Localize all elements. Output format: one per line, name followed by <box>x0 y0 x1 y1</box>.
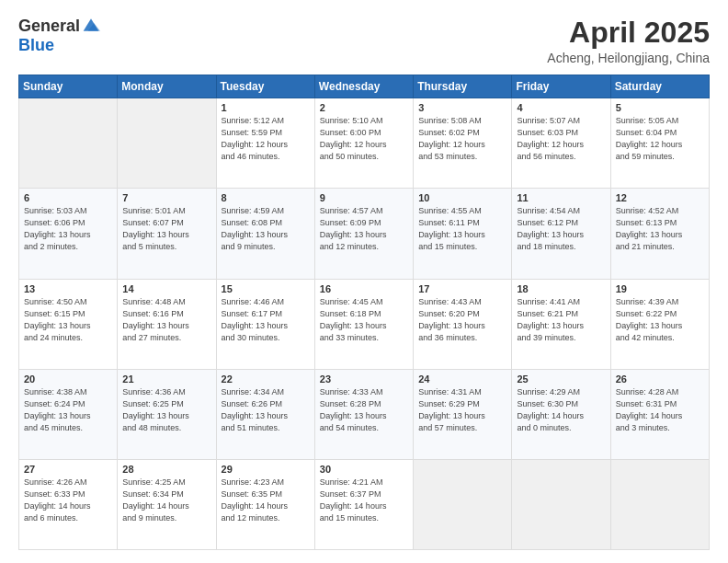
day-number: 28 <box>122 464 210 475</box>
day-info: Sunrise: 4:21 AMSunset: 6:37 PMDaylight:… <box>320 477 408 524</box>
day-info: Sunrise: 4:38 AMSunset: 6:24 PMDaylight:… <box>24 386 112 434</box>
calendar-cell: 10Sunrise: 4:55 AMSunset: 6:11 PMDayligh… <box>414 189 512 279</box>
day-number: 16 <box>320 283 408 294</box>
day-info: Sunrise: 4:23 AMSunset: 6:35 PMDaylight:… <box>222 477 310 524</box>
week-row-4: 20Sunrise: 4:38 AMSunset: 6:24 PMDayligh… <box>19 369 710 459</box>
calendar-cell <box>512 459 610 549</box>
day-number: 6 <box>24 192 112 203</box>
location-title: Acheng, Heilongjiang, China <box>547 51 710 65</box>
calendar-cell: 25Sunrise: 4:29 AMSunset: 6:30 PMDayligh… <box>512 369 610 459</box>
day-info: Sunrise: 5:03 AMSunset: 6:06 PMDaylight:… <box>24 205 112 253</box>
week-row-1: 1Sunrise: 5:12 AMSunset: 5:59 PMDaylight… <box>19 98 710 189</box>
day-number: 3 <box>418 102 506 113</box>
day-number: 1 <box>222 102 310 113</box>
calendar-cell: 2Sunrise: 5:10 AMSunset: 6:00 PMDaylight… <box>314 98 413 189</box>
calendar-cell: 22Sunrise: 4:34 AMSunset: 6:26 PMDayligh… <box>216 369 314 459</box>
calendar-cell: 24Sunrise: 4:31 AMSunset: 6:29 PMDayligh… <box>414 369 512 459</box>
day-number: 25 <box>517 373 605 385</box>
day-number: 5 <box>616 102 704 113</box>
calendar-cell <box>414 459 512 549</box>
calendar-cell: 1Sunrise: 5:12 AMSunset: 5:59 PMDaylight… <box>216 98 314 189</box>
logo-icon <box>82 16 100 34</box>
calendar-cell: 4Sunrise: 5:07 AMSunset: 6:03 PMDaylight… <box>512 98 610 189</box>
day-info: Sunrise: 4:29 AMSunset: 6:30 PMDaylight:… <box>517 386 605 434</box>
calendar-cell: 3Sunrise: 5:08 AMSunset: 6:02 PMDaylight… <box>414 98 512 189</box>
calendar-cell: 7Sunrise: 5:01 AMSunset: 6:07 PMDaylight… <box>118 189 216 279</box>
day-number: 12 <box>616 192 704 203</box>
page: General Blue April 2025 Acheng, Heilongj… <box>0 0 728 563</box>
calendar-cell: 21Sunrise: 4:36 AMSunset: 6:25 PMDayligh… <box>118 369 216 459</box>
day-info: Sunrise: 4:45 AMSunset: 6:18 PMDaylight:… <box>320 296 408 344</box>
day-info: Sunrise: 5:12 AMSunset: 5:59 PMDaylight:… <box>222 115 310 163</box>
day-info: Sunrise: 4:57 AMSunset: 6:09 PMDaylight:… <box>320 205 408 253</box>
calendar-cell: 9Sunrise: 4:57 AMSunset: 6:09 PMDaylight… <box>314 189 413 279</box>
day-info: Sunrise: 4:48 AMSunset: 6:16 PMDaylight:… <box>122 296 210 344</box>
day-number: 2 <box>320 102 408 113</box>
calendar-cell: 29Sunrise: 4:23 AMSunset: 6:35 PMDayligh… <box>216 459 314 549</box>
day-info: Sunrise: 4:31 AMSunset: 6:29 PMDaylight:… <box>418 386 506 434</box>
calendar-cell: 28Sunrise: 4:25 AMSunset: 6:34 PMDayligh… <box>118 459 216 549</box>
weekday-header-monday: Monday <box>118 75 216 98</box>
title-block: April 2025 Acheng, Heilongjiang, China <box>547 17 710 65</box>
day-number: 8 <box>222 192 310 203</box>
weekday-header-saturday: Saturday <box>610 75 709 98</box>
day-info: Sunrise: 4:43 AMSunset: 6:20 PMDaylight:… <box>418 296 506 344</box>
calendar-table: SundayMondayTuesdayWednesdayThursdayFrid… <box>18 75 710 550</box>
weekday-header-tuesday: Tuesday <box>216 75 314 98</box>
day-number: 9 <box>320 192 408 203</box>
day-number: 18 <box>517 283 605 294</box>
day-info: Sunrise: 5:01 AMSunset: 6:07 PMDaylight:… <box>122 205 210 253</box>
weekday-header-thursday: Thursday <box>414 75 512 98</box>
weekday-header-sunday: Sunday <box>19 75 118 98</box>
calendar-cell <box>610 459 709 549</box>
header: General Blue April 2025 Acheng, Heilongj… <box>18 17 710 65</box>
day-info: Sunrise: 4:34 AMSunset: 6:26 PMDaylight:… <box>222 386 310 434</box>
calendar-cell: 5Sunrise: 5:05 AMSunset: 6:04 PMDaylight… <box>610 98 709 189</box>
day-info: Sunrise: 4:25 AMSunset: 6:34 PMDaylight:… <box>122 477 210 524</box>
week-row-2: 6Sunrise: 5:03 AMSunset: 6:06 PMDaylight… <box>19 189 710 279</box>
month-title: April 2025 <box>547 17 710 49</box>
day-number: 15 <box>222 283 310 294</box>
day-number: 26 <box>616 373 704 385</box>
day-number: 10 <box>418 192 506 203</box>
day-info: Sunrise: 5:10 AMSunset: 6:00 PMDaylight:… <box>320 115 408 163</box>
day-number: 7 <box>122 192 210 203</box>
weekday-header-wednesday: Wednesday <box>314 75 413 98</box>
calendar-cell: 23Sunrise: 4:33 AMSunset: 6:28 PMDayligh… <box>314 369 413 459</box>
calendar-cell: 12Sunrise: 4:52 AMSunset: 6:13 PMDayligh… <box>610 189 709 279</box>
calendar-cell: 8Sunrise: 4:59 AMSunset: 6:08 PMDaylight… <box>216 189 314 279</box>
calendar-cell: 13Sunrise: 4:50 AMSunset: 6:15 PMDayligh… <box>19 279 118 369</box>
calendar-cell: 30Sunrise: 4:21 AMSunset: 6:37 PMDayligh… <box>314 459 413 549</box>
logo-general-text: General <box>18 17 80 36</box>
calendar-cell: 26Sunrise: 4:28 AMSunset: 6:31 PMDayligh… <box>610 369 709 459</box>
day-info: Sunrise: 4:55 AMSunset: 6:11 PMDaylight:… <box>418 205 506 253</box>
day-info: Sunrise: 4:26 AMSunset: 6:33 PMDaylight:… <box>24 477 112 524</box>
day-number: 19 <box>616 283 704 294</box>
calendar-cell: 17Sunrise: 4:43 AMSunset: 6:20 PMDayligh… <box>414 279 512 369</box>
day-info: Sunrise: 4:46 AMSunset: 6:17 PMDaylight:… <box>222 296 310 344</box>
day-info: Sunrise: 4:28 AMSunset: 6:31 PMDaylight:… <box>616 386 704 434</box>
calendar-cell: 15Sunrise: 4:46 AMSunset: 6:17 PMDayligh… <box>216 279 314 369</box>
calendar-cell: 16Sunrise: 4:45 AMSunset: 6:18 PMDayligh… <box>314 279 413 369</box>
weekday-header-friday: Friday <box>512 75 610 98</box>
calendar-cell: 6Sunrise: 5:03 AMSunset: 6:06 PMDaylight… <box>19 189 118 279</box>
weekday-header-row: SundayMondayTuesdayWednesdayThursdayFrid… <box>19 75 710 98</box>
calendar-cell <box>19 98 118 189</box>
day-number: 29 <box>222 464 310 475</box>
day-info: Sunrise: 4:50 AMSunset: 6:15 PMDaylight:… <box>24 296 112 344</box>
day-info: Sunrise: 4:59 AMSunset: 6:08 PMDaylight:… <box>222 205 310 253</box>
day-info: Sunrise: 4:54 AMSunset: 6:12 PMDaylight:… <box>517 205 605 253</box>
day-number: 30 <box>320 464 408 475</box>
day-number: 14 <box>122 283 210 294</box>
day-number: 20 <box>24 373 112 385</box>
day-number: 23 <box>320 373 408 385</box>
day-info: Sunrise: 4:52 AMSunset: 6:13 PMDaylight:… <box>616 205 704 253</box>
day-number: 27 <box>24 464 112 475</box>
calendar-cell <box>118 98 216 189</box>
day-info: Sunrise: 4:33 AMSunset: 6:28 PMDaylight:… <box>320 386 408 434</box>
day-number: 22 <box>222 373 310 385</box>
calendar-cell: 11Sunrise: 4:54 AMSunset: 6:12 PMDayligh… <box>512 189 610 279</box>
calendar-cell: 27Sunrise: 4:26 AMSunset: 6:33 PMDayligh… <box>19 459 118 549</box>
calendar-cell: 19Sunrise: 4:39 AMSunset: 6:22 PMDayligh… <box>610 279 709 369</box>
calendar-cell: 18Sunrise: 4:41 AMSunset: 6:21 PMDayligh… <box>512 279 610 369</box>
